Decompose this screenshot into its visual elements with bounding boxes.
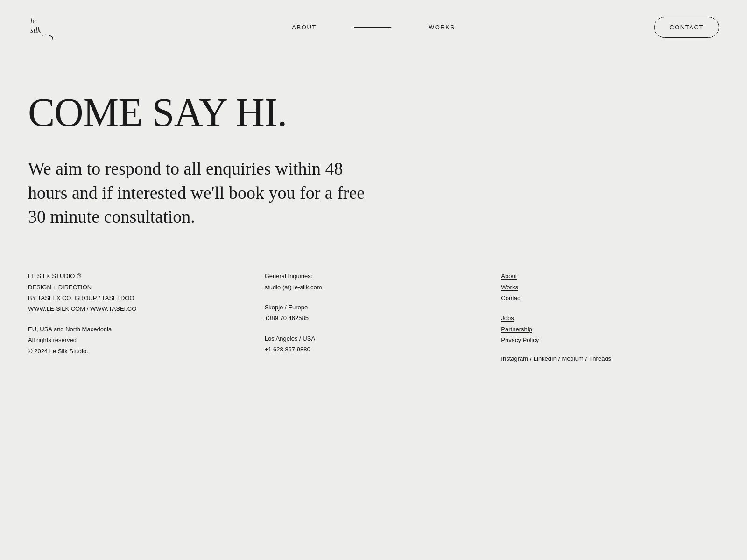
contact-email: studio (at) le-silk.com (265, 282, 483, 293)
location-usa: Los Angeles / USA (265, 333, 483, 344)
page-title: COME SAY HI. (28, 91, 719, 133)
company-group: BY TASEI X CO. GROUP / TASEI DOO (28, 293, 246, 303)
instagram-link[interactable]: Instagram (501, 355, 528, 362)
company-websites: WWW.LE-SILK.COM / WWW.TASEI.CO (28, 303, 246, 314)
medium-link[interactable]: Medium (562, 355, 584, 362)
phone-europe: +389 70 462585 (265, 313, 483, 323)
nav-works[interactable]: WORKS (429, 24, 455, 31)
footer-col-contact: General Inquiries: studio (at) le-silk.c… (265, 271, 483, 355)
footer-jobs-link[interactable]: Jobs (501, 313, 719, 323)
footer-works-link[interactable]: Works (501, 282, 719, 293)
footer-privacy-link[interactable]: Privacy Policy (501, 335, 719, 345)
company-name: LE SILK STUDIO ® (28, 271, 246, 281)
nav-about[interactable]: ABOUT (292, 24, 317, 31)
phone-usa: +1 628 867 9880 (265, 344, 483, 355)
svg-text:silk: silk (30, 26, 41, 34)
inquiries-label: General Inquiries: (265, 271, 483, 281)
social-links: Instagram / LinkedIn / Medium / Threads (501, 355, 719, 362)
company-regions: EU, USA and North Macedonia (28, 324, 246, 335)
contact-button[interactable]: CONTACT (654, 17, 719, 38)
footer-col-links: About Works Contact Jobs Partnership Pri… (501, 271, 719, 362)
footer-partnership-link[interactable]: Partnership (501, 324, 719, 335)
logo[interactable]: le silk (28, 13, 56, 41)
threads-link[interactable]: Threads (589, 355, 611, 362)
social-sep-1: / (530, 355, 532, 362)
footer: LE SILK STUDIO ® DESIGN + DIRECTION BY T… (0, 229, 747, 390)
footer-col-company: LE SILK STUDIO ® DESIGN + DIRECTION BY T… (28, 271, 246, 357)
company-rights: All rights reserved (28, 335, 246, 345)
svg-text:le: le (30, 17, 36, 25)
hero-description: We aim to respond to all enquiries withi… (28, 157, 383, 229)
nav-divider (354, 27, 391, 28)
social-sep-3: / (585, 355, 587, 362)
location-europe: Skopje / Europe (265, 302, 483, 313)
main-content: COME SAY HI. We aim to respond to all en… (0, 54, 747, 229)
logo-icon: le silk (28, 13, 56, 41)
company-tagline: DESIGN + DIRECTION (28, 282, 246, 293)
footer-about-link[interactable]: About (501, 271, 719, 281)
company-copyright: © 2024 Le Silk Studio. (28, 346, 246, 357)
footer-contact-link[interactable]: Contact (501, 293, 719, 303)
main-nav: ABOUT WORKS (292, 24, 455, 31)
linkedin-link[interactable]: LinkedIn (534, 355, 557, 362)
social-sep-2: / (558, 355, 560, 362)
